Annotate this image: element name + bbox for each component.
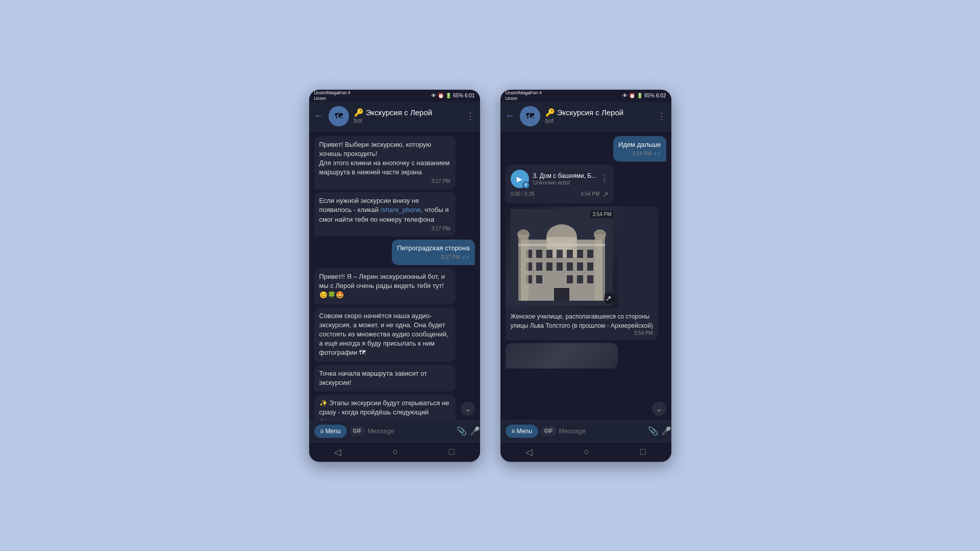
messages-area-1: Привет! Выбери экскурсию, которую хочешь… [309, 131, 480, 420]
svg-rect-17 [587, 263, 593, 271]
svg-rect-13 [546, 263, 552, 271]
svg-rect-5 [536, 250, 542, 258]
msg-1-3: Петроградская сторона 3:17 PM ✓✓ [392, 240, 474, 265]
chat-header-1: ← 🗺 🔑 Экскурсия с Лерой bot ⋮ [309, 102, 480, 131]
chat-info-1: 🔑 Экскурсия с Лерой bot [354, 108, 461, 124]
msg-1-4: Привет!! Я – Лерин экскурсионный бот, и … [314, 268, 456, 304]
play-button[interactable]: ▶ ⬇ [511, 170, 529, 188]
svg-rect-12 [536, 263, 542, 271]
audio-options-icon[interactable]: ⋮ [600, 174, 609, 183]
battery-icon-2: 🔋 [637, 93, 643, 98]
msg-2-1: Идем дальше 3:54 PM ✓✓ [613, 136, 666, 162]
battery-icon: 🔋 [445, 93, 451, 98]
nav-back-2[interactable]: ◁ [525, 447, 533, 458]
menu-button-1[interactable]: ≡ Menu [314, 425, 347, 438]
checkmark-1: ✓✓ [462, 254, 470, 260]
attach-button-2[interactable]: 📎 [648, 426, 658, 436]
nav-recent-1[interactable]: □ [449, 447, 455, 457]
input-area-1: ≡ Menu GIF 📎 🎤 [309, 420, 480, 442]
status-right-2: 👁 ⏰ 🔋 65% 6:02 [622, 93, 666, 98]
audio-time: 3:54 PM [581, 191, 599, 197]
svg-rect-23 [554, 288, 569, 301]
mic-button-1[interactable]: 🎤 [470, 426, 480, 436]
photo-message: ↗ 3:54 PM Женское училище, располагавшее… [506, 206, 658, 340]
photo-caption-time: 3:54 PM [511, 330, 653, 336]
nav-bar-2: ◁ ○ □ [500, 442, 671, 462]
msg-1-6: Точка начала маршрута зависит от экскурс… [314, 365, 456, 391]
eye-icon: 👁 [431, 93, 436, 98]
alarm-icon-2: ⏰ [629, 93, 635, 98]
header-menu-1[interactable]: ⋮ [466, 111, 475, 122]
input-area-2: ≡ Menu GIF 📎 🎤 [500, 420, 671, 442]
svg-rect-22 [587, 275, 593, 283]
svg-rect-9 [577, 250, 583, 258]
phone-2: Ucom/MegaFon # Ucom 👁 ⏰ 🔋 65% 6:02 ← 🗺 🔑… [500, 90, 671, 462]
chat-subtitle-1: bot [354, 117, 461, 124]
status-right-1: 👁 ⏰ 🔋 65% 6:01 [431, 93, 474, 98]
carrier-1: Ucom/MegaFon # Ucom [314, 90, 351, 101]
audio-artist: Unknown artist [533, 179, 597, 186]
scroll-down-1[interactable]: ⌄ [461, 402, 475, 416]
photo-container: ↗ 3:54 PM [506, 206, 618, 308]
alarm-icon: ⏰ [438, 93, 444, 98]
msg-1-5: Совсем скоро начнётся наша аудио-экскурс… [314, 307, 456, 362]
phone-1: Ucom/MegaFon # Ucom 👁 ⏰ 🔋 65% 6:01 ← 🗺 🔑… [309, 90, 480, 462]
msg-1-7: ✨ Этапы экскурсии будут открываться не с… [314, 395, 456, 420]
message-input-2[interactable] [559, 427, 645, 435]
photo-share-icon[interactable]: ↗ [604, 292, 614, 304]
share-phone-link[interactable]: /share_phone [381, 206, 421, 214]
status-bar-2: Ucom/MegaFon # Ucom 👁 ⏰ 🔋 65% 6:02 [500, 90, 671, 102]
battery-percent-2: 65% [644, 93, 655, 98]
partial-photo [506, 343, 618, 369]
avatar-2: 🗺 [520, 106, 540, 126]
time-display-1: 6:01 [465, 93, 474, 98]
messages-area-2: Идем дальше 3:54 PM ✓✓ ▶ ⬇ 3. Дом с башн… [500, 131, 671, 420]
eye-icon-2: 👁 [622, 93, 627, 98]
message-input-1[interactable] [368, 427, 454, 435]
building-image [511, 209, 613, 306]
svg-rect-20 [567, 275, 573, 283]
phone-2-frame: Ucom/MegaFon # Ucom 👁 ⏰ 🔋 65% 6:02 ← 🗺 🔑… [500, 90, 671, 462]
msg-1-1: Привет! Выбери экскурсию, которую хочешь… [314, 136, 456, 190]
gif-button-2[interactable]: GIF [541, 426, 556, 436]
audio-duration: 0:00 / 6:26 [511, 191, 535, 197]
chat-title-2: 🔑 Экскурсия с Лерой [545, 108, 652, 117]
msg-1-2: Если нужной экскурсии внизу не появилось… [314, 192, 456, 237]
svg-rect-28 [518, 244, 605, 246]
chat-subtitle-2: bot [545, 117, 652, 124]
nav-recent-2[interactable]: □ [640, 447, 646, 457]
audio-title: 3. Дом с башнями, Б... [533, 172, 597, 179]
nav-home-1[interactable]: ○ [392, 447, 398, 457]
photo-caption: Женское училище, располагавшееся со стор… [506, 308, 658, 340]
nav-home-2[interactable]: ○ [584, 447, 589, 457]
chat-info-2: 🔑 Экскурсия с Лерой bot [545, 108, 652, 124]
svg-rect-15 [567, 263, 573, 271]
mic-button-2[interactable]: 🎤 [661, 426, 671, 436]
checkmark-2: ✓✓ [653, 151, 661, 156]
svg-rect-6 [546, 250, 552, 258]
audio-info: 3. Дом с башнями, Б... Unknown artist [533, 172, 597, 186]
time-1-2: 3:17 PM [319, 225, 450, 232]
chat-header-2: ← 🗺 🔑 Экскурсия с Лерой bot ⋮ [500, 102, 671, 131]
svg-rect-10 [587, 250, 593, 258]
svg-rect-8 [567, 250, 573, 258]
audio-message: ▶ ⬇ 3. Дом с башнями, Б... Unknown artis… [506, 165, 614, 203]
svg-point-27 [594, 229, 606, 240]
menu-button-2[interactable]: ≡ Menu [506, 425, 538, 438]
back-button-2[interactable]: ← [506, 111, 515, 121]
avatar-1: 🗺 [329, 106, 349, 126]
gif-button-1[interactable]: GIF [350, 426, 365, 436]
svg-point-26 [517, 229, 530, 240]
attach-button-1[interactable]: 📎 [457, 426, 467, 436]
carrier-2: Ucom/MegaFon # Ucom [506, 90, 542, 101]
svg-rect-21 [577, 275, 583, 283]
audio-share-icon[interactable]: ↗ [602, 190, 609, 198]
battery-percent: 65% [453, 93, 463, 98]
header-menu-2[interactable]: ⋮ [657, 111, 666, 122]
time-1-3: 3:17 PM ✓✓ [397, 254, 469, 261]
scroll-down-2[interactable]: ⌄ [652, 402, 666, 416]
time-display-2: 6:02 [656, 93, 666, 98]
nav-back-1[interactable]: ◁ [334, 447, 341, 458]
time-2-1: 3:54 PM ✓✓ [618, 150, 661, 158]
back-button-1[interactable]: ← [314, 111, 323, 121]
